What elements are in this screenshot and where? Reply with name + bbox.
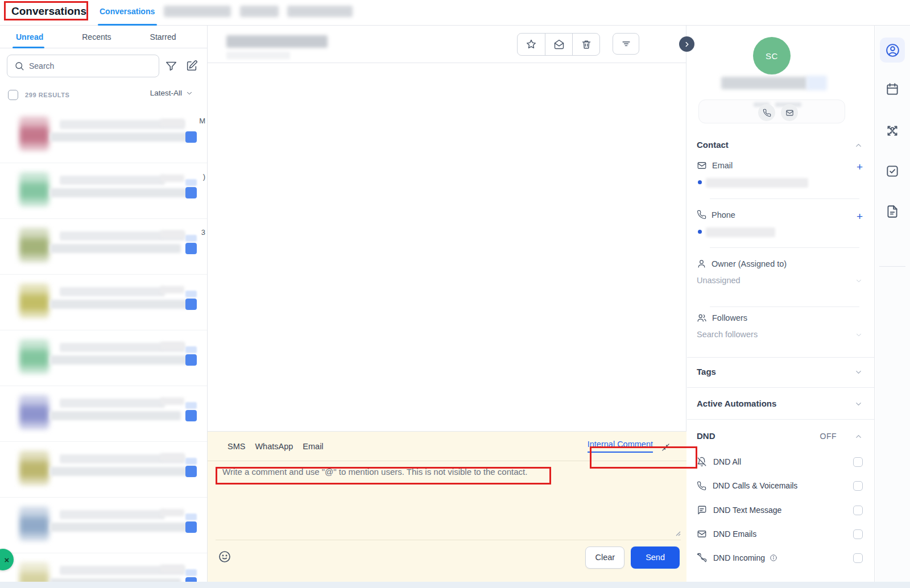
primary-dot	[698, 180, 702, 184]
tab-email[interactable]: Email	[303, 442, 323, 451]
associations-icon[interactable]	[880, 118, 905, 143]
delete-button[interactable]	[572, 34, 599, 55]
tab-whatsapp[interactable]: WhatsApp	[255, 442, 293, 451]
collapse-composer-icon[interactable]	[661, 442, 671, 452]
badge-echo	[185, 458, 197, 465]
call-button[interactable]	[758, 104, 775, 121]
redacted-preview	[50, 188, 193, 197]
dnd-incoming-row: DND Incoming	[697, 552, 863, 564]
avatar[interactable]: SC	[753, 37, 791, 74]
dnd-calls-checkbox[interactable]	[853, 481, 863, 491]
chevron-down-icon[interactable]	[855, 277, 863, 285]
dnd-emails-checkbox[interactable]	[853, 529, 863, 539]
phone-label: Phone	[712, 210, 735, 220]
sort-label: Latest-All	[150, 89, 182, 97]
dnd-text-checkbox[interactable]	[853, 506, 863, 515]
dnd-section[interactable]: DND	[697, 431, 715, 441]
unread-badge	[185, 187, 197, 198]
nav-tab-redacted-3[interactable]	[287, 6, 353, 17]
tab-internal-comment[interactable]: Internal Comment	[588, 440, 653, 453]
star-button[interactable]	[518, 34, 545, 55]
divider	[710, 198, 859, 199]
redacted-name	[60, 510, 165, 519]
nav-tab-redacted-2[interactable]	[240, 6, 279, 17]
bell-off-icon	[697, 457, 707, 467]
email-value-redacted	[706, 178, 808, 188]
chevron-up-icon[interactable]	[854, 432, 863, 441]
mark-unread-button[interactable]	[545, 34, 572, 55]
list-item[interactable]	[0, 442, 207, 498]
dnd-incoming-checkbox[interactable]	[853, 553, 863, 563]
info-icon[interactable]	[770, 554, 777, 562]
redacted-preview	[50, 300, 193, 309]
divider	[687, 387, 874, 388]
tab-recents[interactable]: Recents	[82, 32, 111, 42]
send-button[interactable]: Send	[631, 546, 680, 569]
expand-panel-button[interactable]	[679, 36, 694, 52]
list-item[interactable]: M	[0, 107, 207, 163]
add-phone-button[interactable]: +	[857, 211, 863, 222]
tab-starred[interactable]: Starred	[150, 32, 176, 42]
filter-funnel-icon[interactable]	[165, 60, 179, 73]
chevron-down-icon[interactable]	[855, 331, 863, 339]
phone-value-redacted	[706, 227, 775, 237]
contact-tab-icon[interactable]	[880, 38, 905, 63]
internal-comment-wrap: Internal Comment	[588, 440, 671, 453]
composer-actions: Clear Send	[208, 540, 686, 574]
followers-search[interactable]: Search followers	[697, 330, 758, 339]
page-title: Conversations	[11, 5, 86, 18]
resize-handle[interactable]	[674, 529, 681, 536]
owner-select[interactable]: Unassigned	[697, 276, 741, 285]
unread-badge	[185, 521, 197, 533]
primary-dot	[698, 230, 702, 234]
dnd-text-label: DND Text Message	[713, 506, 781, 515]
nav-tab-redacted-1[interactable]	[164, 6, 231, 17]
compose-icon[interactable]	[185, 60, 199, 73]
redacted-timestamp	[160, 175, 184, 182]
chevron-up-icon[interactable]	[854, 141, 863, 150]
redacted-preview	[50, 355, 193, 365]
followers-label: Followers	[712, 313, 747, 322]
list-item[interactable]	[0, 386, 207, 442]
tab-sms[interactable]: SMS	[228, 442, 245, 451]
action-button-group	[517, 33, 600, 56]
phone-row: Phone	[697, 210, 735, 220]
list-item[interactable]	[0, 498, 207, 553]
calendar-icon[interactable]	[880, 77, 905, 102]
contact-name-redacted	[226, 35, 328, 48]
search-box	[7, 55, 159, 77]
list-item[interactable]	[0, 330, 207, 386]
search-row	[0, 48, 207, 84]
dnd-incoming-label: DND Incoming	[713, 553, 765, 562]
list-item[interactable]	[0, 275, 207, 330]
dnd-emails-label: DND Emails	[713, 529, 756, 539]
dnd-all-checkbox[interactable]	[853, 457, 863, 467]
comment-input[interactable]	[222, 467, 672, 531]
add-email-button[interactable]: +	[857, 162, 863, 172]
clear-button[interactable]: Clear	[585, 546, 624, 569]
sort-dropdown[interactable]: Latest-All	[150, 89, 193, 97]
email-button[interactable]	[781, 104, 798, 121]
select-all-checkbox[interactable]	[8, 90, 18, 100]
tags-section[interactable]: Tags	[697, 367, 716, 376]
badge-echo	[185, 179, 197, 186]
list-item[interactable]: 3	[0, 219, 207, 275]
chevron-down-icon[interactable]	[854, 368, 863, 376]
redacted-timestamp	[160, 342, 184, 349]
list-item[interactable]	[0, 553, 207, 582]
emoji-icon[interactable]	[218, 550, 233, 565]
sort-filter-button[interactable]	[613, 33, 639, 55]
nav-tab-conversations[interactable]: Conversations	[100, 7, 155, 16]
dnd-text-row: DND Text Message	[697, 504, 863, 516]
tab-unread[interactable]: Unread	[16, 32, 43, 42]
redacted-timestamp	[160, 565, 184, 572]
tasks-icon[interactable]	[880, 159, 905, 184]
quick-actions-card	[698, 100, 845, 123]
active-automations-section[interactable]: Active Automations	[697, 399, 776, 408]
search-input[interactable]	[29, 61, 143, 71]
header-actions	[517, 33, 639, 56]
notes-icon[interactable]	[880, 199, 905, 224]
list-item[interactable]: )	[0, 163, 207, 219]
chevron-down-icon[interactable]	[854, 400, 863, 408]
redacted-name	[60, 287, 165, 296]
